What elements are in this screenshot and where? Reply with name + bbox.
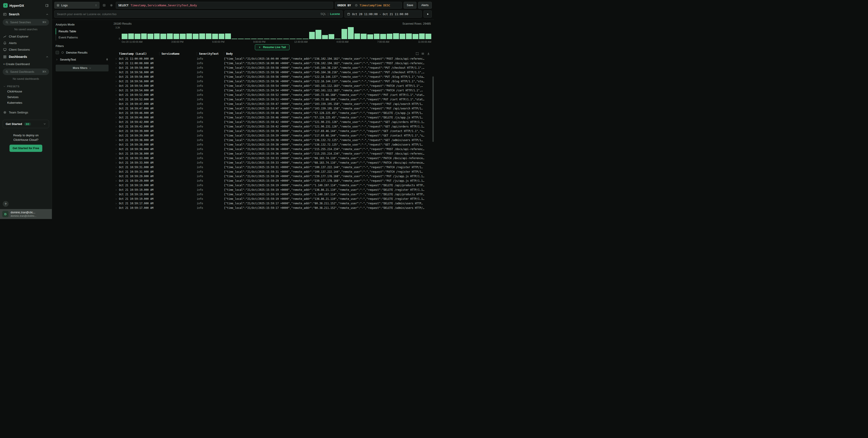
table-row[interactable]: Oct 21 10:59:17.000 AM info {"time_local… — [113, 206, 431, 210]
row-expander-icon[interactable] — [113, 126, 119, 128]
histogram-bar[interactable] — [406, 33, 412, 39]
download-icon[interactable] — [427, 52, 430, 55]
table-row[interactable]: Oct 21 11:00:00.000 AM info {"time_local… — [113, 57, 431, 61]
row-expander-icon[interactable] — [113, 94, 119, 96]
table-row[interactable]: Oct 21 10:59:46.000 AM info {"time_local… — [113, 115, 431, 120]
get-started-free-button[interactable]: Get Started for Free — [9, 145, 42, 152]
row-expander-icon[interactable] — [113, 121, 119, 124]
row-expander-icon[interactable] — [113, 62, 119, 65]
histogram-bar[interactable] — [174, 34, 179, 39]
histogram-bar[interactable] — [335, 39, 341, 39]
row-expander-icon[interactable] — [113, 98, 119, 101]
histogram-bar[interactable] — [238, 39, 244, 39]
table-row[interactable]: Oct 21 10:59:19.000 AM info {"time_local… — [113, 183, 431, 188]
histogram-bar[interactable] — [141, 33, 147, 39]
table-row[interactable]: Oct 21 10:59:29.000 AM info {"time_local… — [113, 178, 431, 183]
table-row[interactable]: Oct 21 10:59:52.000 AM info {"time_local… — [113, 93, 431, 97]
sidebar-item-client-sessions[interactable]: Client Sessions — [0, 46, 52, 53]
presets-toggle[interactable]: PRESETS — [0, 83, 52, 89]
histogram-bar[interactable] — [257, 39, 263, 39]
table-row[interactable]: Oct 21 10:59:56.000 AM info {"time_local… — [113, 75, 431, 79]
denoise-checkbox[interactable] — [56, 51, 59, 54]
table-row[interactable]: Oct 21 10:59:42.000 AM info {"time_local… — [113, 124, 431, 129]
histogram-bar[interactable] — [290, 39, 296, 39]
table-row[interactable]: Oct 21 10:59:47.000 AM info {"time_local… — [113, 106, 431, 111]
row-expander-icon[interactable] — [113, 175, 119, 178]
histogram-bar[interactable] — [180, 34, 186, 39]
row-expander-icon[interactable] — [113, 202, 119, 205]
table-row[interactable]: Oct 21 10:59:19.000 AM info {"time_local… — [113, 197, 431, 201]
histogram-bar[interactable] — [219, 34, 224, 39]
histogram-bar[interactable] — [148, 34, 153, 39]
histogram-bar[interactable] — [387, 34, 393, 39]
row-expander-icon[interactable] — [113, 58, 119, 60]
histogram-bar[interactable] — [193, 34, 198, 39]
pin-icon[interactable] — [105, 58, 108, 61]
table-row[interactable]: Oct 21 10:59:58.000 AM info {"time_local… — [113, 70, 431, 75]
histogram-bar[interactable] — [425, 34, 431, 39]
histogram-bar[interactable] — [154, 33, 160, 39]
row-expander-icon[interactable] — [113, 198, 119, 200]
histogram-bar[interactable] — [361, 34, 367, 39]
row-expander-icon[interactable] — [113, 76, 119, 78]
histogram-plot[interactable] — [122, 27, 431, 39]
order-by-editor[interactable]: ORDER BY TimestampTime DESC — [335, 2, 402, 9]
sidebar-item-dashboards[interactable]: Dashboards — [0, 53, 52, 61]
histogram-bar[interactable] — [380, 34, 386, 39]
sidebar-item-search[interactable]: Search — [0, 10, 52, 18]
event-search-box[interactable]: SQL | Lucene — [54, 10, 343, 18]
row-expander-icon[interactable] — [113, 89, 119, 92]
row-expander-icon[interactable] — [113, 143, 119, 146]
help-button[interactable]: ? — [3, 201, 9, 207]
histogram-bar[interactable] — [134, 34, 141, 39]
histogram-bar[interactable] — [122, 34, 128, 39]
histogram-bar[interactable] — [400, 34, 405, 39]
histogram-bar[interactable] — [277, 39, 283, 39]
row-expander-icon[interactable] — [113, 134, 119, 137]
histogram-bar[interactable] — [231, 39, 238, 39]
histogram-bar[interactable] — [315, 30, 321, 39]
histogram-bar[interactable] — [225, 33, 231, 39]
table-row[interactable]: Oct 21 10:59:52.000 AM info {"time_local… — [113, 97, 431, 102]
search-input[interactable] — [57, 12, 318, 16]
saved-dashboards-search[interactable]: ⌘K — [3, 68, 49, 75]
source-select[interactable]: Logs — [54, 2, 99, 9]
mode-event-patterns[interactable]: Event Patterns — [56, 34, 108, 40]
histogram-bar[interactable] — [367, 34, 373, 39]
table-row[interactable]: Oct 21 10:59:33.000 AM info {"time_local… — [113, 156, 431, 161]
add-panel-button[interactable] — [101, 2, 107, 8]
preset-kubernetes[interactable]: Kubernetes — [0, 100, 52, 106]
table-row[interactable]: Oct 21 10:59:19.000 AM info {"time_local… — [113, 188, 431, 192]
table-row[interactable]: Oct 21 10:59:39.000 AM info {"time_local… — [113, 129, 431, 133]
scrollbar-thumb[interactable] — [432, 76, 434, 142]
column-timestamp[interactable]: Timestamp (Local) — [119, 52, 159, 55]
save-button[interactable]: Save — [404, 2, 416, 9]
preset-services[interactable]: Services — [0, 94, 52, 100]
histogram-bar[interactable] — [296, 39, 302, 39]
row-expander-icon[interactable] — [113, 153, 119, 155]
row-expander-icon[interactable] — [113, 130, 119, 132]
histogram-bar[interactable] — [199, 33, 205, 39]
table-row[interactable]: Oct 21 10:59:42.000 AM info {"time_local… — [113, 120, 431, 124]
row-expander-icon[interactable] — [113, 107, 119, 110]
table-row[interactable]: Oct 21 11:00:00.000 AM info {"time_local… — [113, 61, 431, 66]
histogram-bar[interactable] — [412, 34, 418, 39]
column-servicename[interactable]: ServiceName — [159, 52, 197, 55]
sidebar-item-chart-explorer[interactable]: Chart Explorer — [0, 33, 52, 40]
alerts-button[interactable]: Alerts — [418, 2, 432, 9]
mode-results-table[interactable]: Results Table — [56, 28, 108, 34]
facet-severitytext[interactable]: SeverityText — [56, 56, 108, 62]
table-row[interactable]: Oct 21 10:59:31.000 AM info {"time_local… — [113, 165, 431, 169]
row-expander-icon[interactable] — [113, 166, 119, 169]
saved-dashboards-input[interactable] — [10, 70, 40, 73]
column-severitytext[interactable]: SeverityText — [197, 52, 224, 55]
row-expander-icon[interactable] — [113, 85, 119, 87]
expand-icon[interactable] — [416, 52, 418, 55]
create-dashboard-button[interactable]: + Create Dashboard — [0, 61, 52, 68]
histogram-bar[interactable] — [167, 33, 173, 39]
histogram-bar[interactable] — [206, 33, 212, 39]
row-expander-icon[interactable] — [113, 189, 119, 191]
get-started-toggle[interactable]: Get Started 3/3 — [3, 120, 49, 128]
histogram-bar[interactable] — [283, 39, 289, 39]
table-row[interactable]: Oct 21 10:59:19.000 AM info {"time_local… — [113, 192, 431, 197]
